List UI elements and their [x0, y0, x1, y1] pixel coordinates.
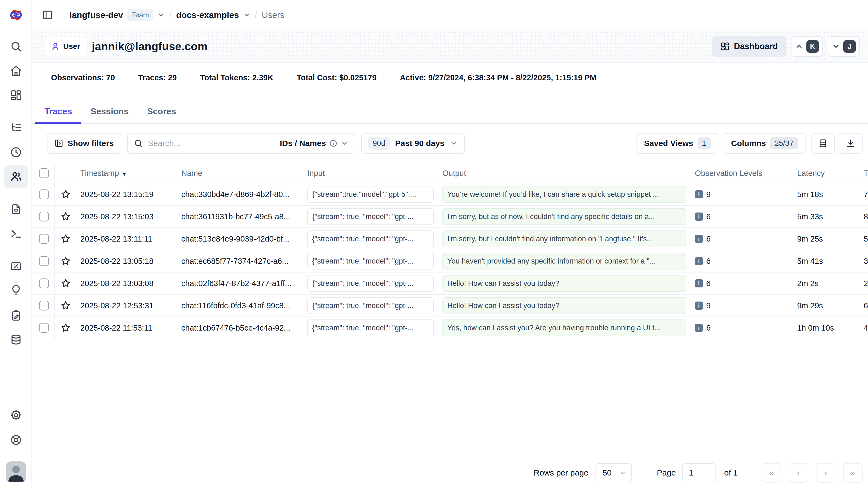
rows-height-icon	[818, 139, 828, 148]
column-header-latency[interactable]: Latency	[793, 169, 858, 178]
navigate-down-button[interactable]: J	[828, 36, 860, 57]
columns-button[interactable]: Columns 25/37	[723, 133, 806, 154]
panel-toggle-icon[interactable]	[41, 8, 54, 22]
row-checkbox[interactable]	[39, 323, 49, 333]
table-row[interactable]: 2025-08-22 13:11:11 chat:513e84e9-9039-4…	[32, 227, 868, 250]
table-row[interactable]: 2025-08-22 13:15:19 chat:330bd4e7-d869-4…	[32, 183, 868, 205]
gear-icon[interactable]	[10, 409, 22, 421]
row-checkbox[interactable]	[39, 189, 49, 199]
lightbulb-icon[interactable]	[10, 284, 22, 296]
row-output-preview[interactable]: Yes, how can I assist you? Are you havin…	[442, 319, 686, 336]
row-input-preview[interactable]: {"stream": true, "model": "gpt-...	[307, 208, 434, 225]
page-title: jannik@langfuse.com	[92, 40, 208, 53]
column-header-tokens[interactable]: T	[858, 169, 868, 178]
row-timestamp: 2025-08-22 13:05:18	[76, 257, 178, 266]
row-input-preview[interactable]: {"stream": true, "model": "gpt-...	[307, 253, 434, 270]
previous-page-button[interactable]: ‹	[789, 463, 808, 483]
table-row[interactable]: 2025-08-22 13:15:03 chat:3611931b-bc77-4…	[32, 205, 868, 227]
breadcrumb-project[interactable]: docs-examples	[176, 10, 239, 20]
dashboard-button[interactable]: Dashboard	[712, 36, 786, 57]
star-icon[interactable]	[61, 278, 71, 288]
chevron-down-icon[interactable]	[158, 11, 165, 19]
date-range-button[interactable]: 90d Past 90 days	[361, 133, 465, 154]
table-row[interactable]: 2025-08-22 13:05:18 chat:ec685f77-7374-4…	[32, 250, 868, 272]
info-level-badge: i	[695, 302, 703, 310]
show-filters-button[interactable]: Show filters	[47, 133, 121, 154]
column-header-observation-levels[interactable]: Observation Levels	[690, 169, 793, 178]
row-name: chat:3611931b-bc77-49c5-a8...	[178, 212, 303, 221]
rows-per-page-select[interactable]: 50	[595, 463, 632, 482]
breadcrumb-org[interactable]: langfuse-dev	[69, 10, 123, 20]
table-row[interactable]: 2025-08-22 12:53:31 chat:116fbfdc-0fd3-4…	[32, 294, 868, 316]
star-icon[interactable]	[61, 301, 71, 311]
keycap-k: K	[806, 40, 819, 53]
column-header-input[interactable]: Input	[303, 169, 438, 178]
row-height-button[interactable]	[811, 133, 835, 154]
life-buoy-icon[interactable]	[10, 434, 22, 446]
download-icon	[846, 139, 856, 148]
table-row[interactable]: 2025-08-22 11:53:11 chat:1cb67476-b5ce-4…	[32, 316, 868, 339]
dashboard-button-label: Dashboard	[734, 41, 778, 51]
evals-icon[interactable]	[10, 260, 22, 272]
table-row[interactable]: 2025-08-22 13:03:08 chat:02f63f47-87b2-4…	[32, 272, 868, 294]
database-icon[interactable]	[10, 334, 22, 346]
search-icon[interactable]	[10, 40, 22, 52]
last-page-button[interactable]: »	[843, 463, 863, 483]
row-input-preview[interactable]: {"stream": true, "model": "gpt-...	[307, 319, 434, 336]
row-input-preview[interactable]: {"stream": true, "model": "gpt-...	[307, 231, 434, 247]
page-number-input[interactable]	[682, 463, 716, 482]
row-checkbox[interactable]	[39, 278, 49, 288]
row-output-preview[interactable]: You’re welcome! If you’d like, I can sha…	[442, 186, 686, 203]
next-page-button[interactable]: ›	[816, 463, 835, 483]
user-header: User jannik@langfuse.com Dashboard K J	[32, 30, 868, 63]
row-checkbox[interactable]	[39, 256, 49, 266]
date-range-badge: 90d	[368, 137, 390, 150]
select-all-checkbox[interactable]	[39, 168, 49, 178]
row-checkbox[interactable]	[39, 301, 49, 310]
row-checkbox[interactable]	[39, 234, 49, 244]
row-output-preview[interactable]: Hello! How can I assist you today?	[442, 297, 686, 314]
star-icon[interactable]	[61, 234, 71, 244]
star-icon[interactable]	[61, 189, 71, 200]
page-of-label: of 1	[724, 468, 738, 478]
terminal-icon[interactable]	[10, 228, 22, 240]
tab-scores[interactable]: Scores	[138, 100, 185, 124]
stat-item: Total Tokens: 2.39K	[200, 73, 273, 82]
trace-tree-icon[interactable]	[10, 122, 22, 134]
row-input-preview[interactable]: {"stream": true, "model": "gpt-...	[307, 297, 434, 314]
column-header-timestamp[interactable]: Timestamp▼	[76, 169, 178, 178]
clock-icon[interactable]	[10, 146, 22, 158]
row-output-preview[interactable]: Hello! How can I assist you today?	[442, 275, 686, 292]
row-output-preview[interactable]: I'm sorry, but I couldn't find any infor…	[442, 231, 686, 247]
row-latency: 5m 18s	[793, 190, 858, 199]
search-scope-dropdown[interactable]: IDs / Names	[280, 139, 349, 148]
star-icon[interactable]	[61, 211, 71, 222]
navigate-up-button[interactable]: K	[791, 36, 823, 57]
row-input-preview[interactable]: {"stream": true, "model": "gpt-...	[307, 275, 434, 292]
dashboard-grid-icon[interactable]	[10, 89, 22, 101]
first-page-button[interactable]: «	[762, 463, 781, 483]
row-output-preview[interactable]: You haven't provided any specific inform…	[442, 253, 686, 270]
grid-icon	[720, 42, 730, 51]
star-icon[interactable]	[61, 323, 71, 333]
clipboard-pen-icon[interactable]	[10, 310, 22, 322]
row-output-preview[interactable]: I'm sorry, but as of now, I couldn't fin…	[442, 208, 686, 225]
chevron-down-icon[interactable]	[243, 11, 250, 19]
users-icon[interactable]	[10, 171, 22, 183]
row-input-preview[interactable]: {"stream":true,"model":"gpt-5",...	[307, 186, 434, 203]
home-icon[interactable]	[10, 65, 22, 77]
search-input[interactable]	[148, 139, 275, 148]
user-avatar[interactable]	[6, 461, 26, 482]
chevron-down-icon	[619, 469, 626, 476]
row-checkbox[interactable]	[39, 212, 49, 221]
export-button[interactable]	[839, 133, 863, 154]
row-timestamp: 2025-08-22 12:53:31	[76, 301, 178, 310]
file-code-icon[interactable]	[10, 203, 22, 215]
column-header-output[interactable]: Output	[438, 169, 690, 178]
tab-traces[interactable]: Traces	[35, 100, 81, 124]
langfuse-logo[interactable]	[8, 7, 24, 23]
tab-sessions[interactable]: Sessions	[81, 100, 138, 124]
column-header-name[interactable]: Name	[178, 169, 303, 178]
star-icon[interactable]	[61, 256, 71, 266]
saved-views-button[interactable]: Saved Views 1	[637, 133, 718, 154]
